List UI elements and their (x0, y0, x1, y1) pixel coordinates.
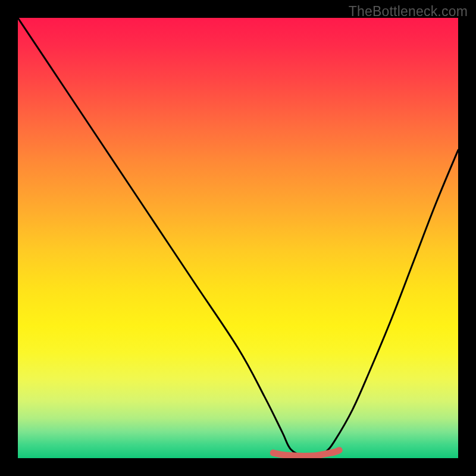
tolerance-band (273, 450, 339, 456)
bottleneck-curve (18, 18, 458, 457)
plot-area (18, 18, 458, 458)
curve-layer (18, 18, 458, 458)
chart-frame: TheBottleneck.com (0, 0, 476, 476)
watermark-text: TheBottleneck.com (349, 4, 468, 20)
